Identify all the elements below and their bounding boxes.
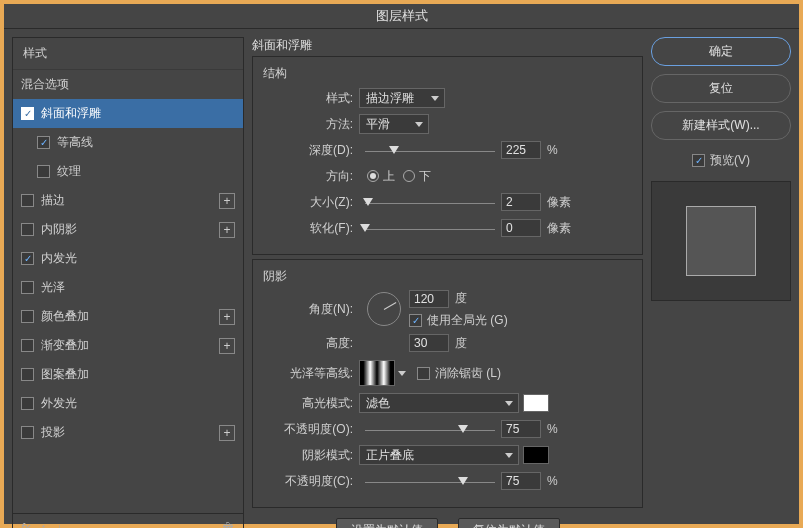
highlight-color-swatch[interactable] xyxy=(523,394,549,412)
dialog-body: 样式 混合选项 斜面和浮雕等高线纹理描边+内阴影+内发光光泽颜色叠加+渐变叠加+… xyxy=(4,29,799,528)
style-item-label: 外发光 xyxy=(41,395,77,412)
style-item-9[interactable]: 图案叠加 xyxy=(13,360,243,389)
antialias-label: 消除锯齿 (L) xyxy=(435,365,501,382)
structure-fieldset: 结构 样式: 描边浮雕 方法: 平滑 深度(D): 225 % 方向: xyxy=(252,56,643,255)
style-item-checkbox[interactable] xyxy=(37,165,50,178)
global-light-label: 使用全局光 (G) xyxy=(427,312,508,329)
add-instance-icon[interactable]: + xyxy=(219,425,235,441)
style-item-checkbox[interactable] xyxy=(21,397,34,410)
soften-input[interactable]: 0 xyxy=(501,219,541,237)
highlight-opacity-label: 不透明度(O): xyxy=(263,421,359,438)
soften-label: 软化(F): xyxy=(263,220,359,237)
direction-up-radio[interactable] xyxy=(367,170,379,182)
add-instance-icon[interactable]: + xyxy=(219,338,235,354)
angle-unit: 度 xyxy=(455,290,467,307)
highlight-opacity-input[interactable]: 75 xyxy=(501,420,541,438)
center-panel: 斜面和浮雕 结构 样式: 描边浮雕 方法: 平滑 深度(D): 225 % xyxy=(252,37,643,528)
shadow-mode-select[interactable]: 正片叠底 xyxy=(359,445,519,465)
altitude-label: 高度: xyxy=(263,335,359,352)
style-item-checkbox[interactable] xyxy=(21,310,34,323)
style-item-3[interactable]: 描边+ xyxy=(13,186,243,215)
style-item-checkbox[interactable] xyxy=(21,368,34,381)
style-item-7[interactable]: 颜色叠加+ xyxy=(13,302,243,331)
angle-label: 角度(N): xyxy=(263,301,359,318)
style-list: 样式 混合选项 斜面和浮雕等高线纹理描边+内阴影+内发光光泽颜色叠加+渐变叠加+… xyxy=(12,37,244,514)
trash-icon[interactable]: 🗑 xyxy=(221,520,235,528)
shadow-opacity-label: 不透明度(C): xyxy=(263,473,359,490)
set-default-button[interactable]: 设置为默认值 xyxy=(336,518,438,528)
global-light-checkbox[interactable] xyxy=(409,314,422,327)
angle-input[interactable]: 120 xyxy=(409,290,449,308)
add-instance-icon[interactable]: + xyxy=(219,222,235,238)
style-item-6[interactable]: 光泽 xyxy=(13,273,243,302)
arrow-up-icon[interactable]: ↑ xyxy=(40,521,46,528)
size-input[interactable]: 2 xyxy=(501,193,541,211)
size-slider[interactable] xyxy=(365,200,495,204)
gloss-contour-picker[interactable] xyxy=(359,360,395,386)
new-style-button[interactable]: 新建样式(W)... xyxy=(651,111,791,140)
style-item-checkbox[interactable] xyxy=(21,426,34,439)
style-select[interactable]: 描边浮雕 xyxy=(359,88,445,108)
style-item-label: 光泽 xyxy=(41,279,65,296)
method-select[interactable]: 平滑 xyxy=(359,114,429,134)
shading-fieldset: 阴影 角度(N): 120 度 使用全局光 (G) xyxy=(252,259,643,508)
highlight-mode-select[interactable]: 滤色 xyxy=(359,393,519,413)
style-item-checkbox[interactable] xyxy=(21,223,34,236)
ok-button[interactable]: 确定 xyxy=(651,37,791,66)
style-item-label: 投影 xyxy=(41,424,65,441)
highlight-opacity-slider[interactable] xyxy=(365,427,495,431)
altitude-unit: 度 xyxy=(455,335,467,352)
method-label: 方法: xyxy=(263,116,359,133)
highlight-mode-label: 高光模式: xyxy=(263,395,359,412)
style-item-11[interactable]: 投影+ xyxy=(13,418,243,447)
add-instance-icon[interactable]: + xyxy=(219,193,235,209)
style-item-1[interactable]: 等高线 xyxy=(13,128,243,157)
preview-checkbox[interactable] xyxy=(692,154,705,167)
shadow-opacity-input[interactable]: 75 xyxy=(501,472,541,490)
style-item-checkbox[interactable] xyxy=(21,281,34,294)
style-item-checkbox[interactable] xyxy=(21,252,34,265)
style-item-2[interactable]: 纹理 xyxy=(13,157,243,186)
panel-title: 斜面和浮雕 xyxy=(252,37,643,54)
style-item-8[interactable]: 渐变叠加+ xyxy=(13,331,243,360)
cancel-button[interactable]: 复位 xyxy=(651,74,791,103)
arrow-down-icon[interactable]: ↓ xyxy=(56,521,62,528)
direction-down-radio[interactable] xyxy=(403,170,415,182)
soften-unit: 像素 xyxy=(547,220,571,237)
direction-up-label: 上 xyxy=(383,168,395,185)
style-item-10[interactable]: 外发光 xyxy=(13,389,243,418)
preview-row: 预览(V) xyxy=(651,152,791,169)
style-item-4[interactable]: 内阴影+ xyxy=(13,215,243,244)
style-item-checkbox[interactable] xyxy=(21,339,34,352)
style-item-label: 内阴影 xyxy=(41,221,77,238)
style-item-checkbox[interactable] xyxy=(21,107,34,120)
style-item-label: 等高线 xyxy=(57,134,93,151)
blend-options-row[interactable]: 混合选项 xyxy=(13,70,243,99)
angle-dial[interactable] xyxy=(367,292,401,326)
depth-slider[interactable] xyxy=(365,148,495,152)
reset-default-button[interactable]: 复位为默认值 xyxy=(458,518,560,528)
style-item-label: 图案叠加 xyxy=(41,366,89,383)
style-item-checkbox[interactable] xyxy=(37,136,50,149)
antialias-checkbox[interactable] xyxy=(417,367,430,380)
shadow-color-swatch[interactable] xyxy=(523,446,549,464)
default-buttons: 设置为默认值 复位为默认值 xyxy=(252,518,643,528)
style-item-label: 内发光 xyxy=(41,250,77,267)
depth-label: 深度(D): xyxy=(263,142,359,159)
preview-inner xyxy=(686,206,756,276)
structure-title: 结构 xyxy=(263,65,632,82)
shadow-mode-label: 阴影模式: xyxy=(263,447,359,464)
style-item-label: 描边 xyxy=(41,192,65,209)
add-instance-icon[interactable]: + xyxy=(219,309,235,325)
style-item-0[interactable]: 斜面和浮雕 xyxy=(13,99,243,128)
depth-input[interactable]: 225 xyxy=(501,141,541,159)
style-item-label: 纹理 xyxy=(57,163,81,180)
style-item-checkbox[interactable] xyxy=(21,194,34,207)
fx-label[interactable]: fx xyxy=(21,521,30,528)
style-item-5[interactable]: 内发光 xyxy=(13,244,243,273)
altitude-input[interactable]: 30 xyxy=(409,334,449,352)
soften-slider[interactable] xyxy=(365,226,495,230)
shading-title: 阴影 xyxy=(263,268,632,285)
shadow-opacity-slider[interactable] xyxy=(365,479,495,483)
right-panel: 确定 复位 新建样式(W)... 预览(V) xyxy=(651,37,791,528)
